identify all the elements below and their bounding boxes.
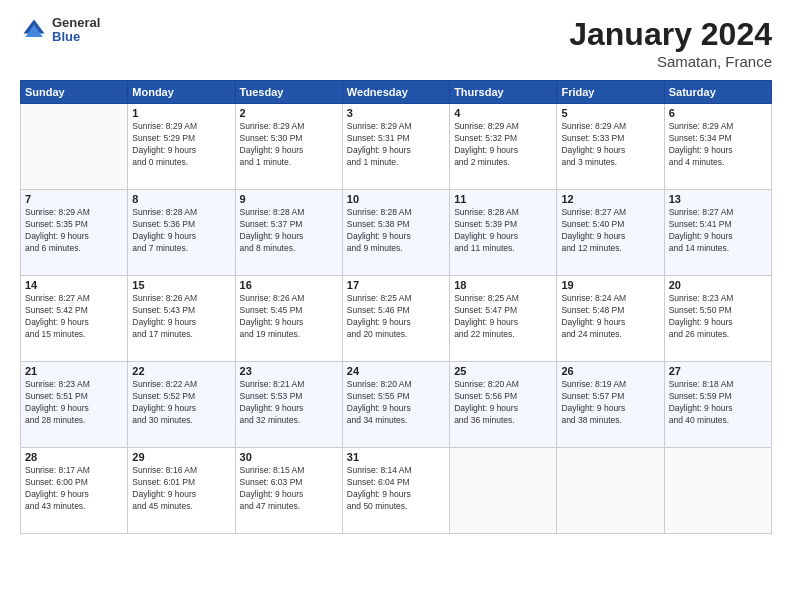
day-number: 4 bbox=[454, 107, 552, 119]
table-row: 7Sunrise: 8:29 AM Sunset: 5:35 PM Daylig… bbox=[21, 190, 128, 276]
day-info: Sunrise: 8:25 AM Sunset: 5:47 PM Dayligh… bbox=[454, 293, 552, 341]
day-number: 22 bbox=[132, 365, 230, 377]
logo-blue: Blue bbox=[52, 30, 100, 44]
day-number: 29 bbox=[132, 451, 230, 463]
day-number: 5 bbox=[561, 107, 659, 119]
table-row: 27Sunrise: 8:18 AM Sunset: 5:59 PM Dayli… bbox=[664, 362, 771, 448]
day-number: 27 bbox=[669, 365, 767, 377]
table-row: 20Sunrise: 8:23 AM Sunset: 5:50 PM Dayli… bbox=[664, 276, 771, 362]
day-number: 28 bbox=[25, 451, 123, 463]
table-row: 23Sunrise: 8:21 AM Sunset: 5:53 PM Dayli… bbox=[235, 362, 342, 448]
day-number: 24 bbox=[347, 365, 445, 377]
col-monday: Monday bbox=[128, 81, 235, 104]
day-number: 25 bbox=[454, 365, 552, 377]
logo-general: General bbox=[52, 16, 100, 30]
calendar-header-row: Sunday Monday Tuesday Wednesday Thursday… bbox=[21, 81, 772, 104]
day-number: 11 bbox=[454, 193, 552, 205]
day-info: Sunrise: 8:20 AM Sunset: 5:55 PM Dayligh… bbox=[347, 379, 445, 427]
calendar-week-row: 7Sunrise: 8:29 AM Sunset: 5:35 PM Daylig… bbox=[21, 190, 772, 276]
calendar-week-row: 14Sunrise: 8:27 AM Sunset: 5:42 PM Dayli… bbox=[21, 276, 772, 362]
table-row: 30Sunrise: 8:15 AM Sunset: 6:03 PM Dayli… bbox=[235, 448, 342, 534]
day-number: 30 bbox=[240, 451, 338, 463]
table-row: 21Sunrise: 8:23 AM Sunset: 5:51 PM Dayli… bbox=[21, 362, 128, 448]
day-number: 8 bbox=[132, 193, 230, 205]
day-number: 3 bbox=[347, 107, 445, 119]
day-number: 23 bbox=[240, 365, 338, 377]
title-location: Samatan, France bbox=[569, 53, 772, 70]
day-info: Sunrise: 8:29 AM Sunset: 5:32 PM Dayligh… bbox=[454, 121, 552, 169]
day-number: 15 bbox=[132, 279, 230, 291]
table-row: 4Sunrise: 8:29 AM Sunset: 5:32 PM Daylig… bbox=[450, 104, 557, 190]
day-info: Sunrise: 8:29 AM Sunset: 5:30 PM Dayligh… bbox=[240, 121, 338, 169]
table-row: 28Sunrise: 8:17 AM Sunset: 6:00 PM Dayli… bbox=[21, 448, 128, 534]
table-row bbox=[557, 448, 664, 534]
day-info: Sunrise: 8:15 AM Sunset: 6:03 PM Dayligh… bbox=[240, 465, 338, 513]
table-row: 14Sunrise: 8:27 AM Sunset: 5:42 PM Dayli… bbox=[21, 276, 128, 362]
day-info: Sunrise: 8:18 AM Sunset: 5:59 PM Dayligh… bbox=[669, 379, 767, 427]
day-info: Sunrise: 8:29 AM Sunset: 5:29 PM Dayligh… bbox=[132, 121, 230, 169]
table-row: 8Sunrise: 8:28 AM Sunset: 5:36 PM Daylig… bbox=[128, 190, 235, 276]
table-row: 22Sunrise: 8:22 AM Sunset: 5:52 PM Dayli… bbox=[128, 362, 235, 448]
day-number: 16 bbox=[240, 279, 338, 291]
table-row bbox=[21, 104, 128, 190]
table-row: 5Sunrise: 8:29 AM Sunset: 5:33 PM Daylig… bbox=[557, 104, 664, 190]
table-row: 24Sunrise: 8:20 AM Sunset: 5:55 PM Dayli… bbox=[342, 362, 449, 448]
day-info: Sunrise: 8:23 AM Sunset: 5:51 PM Dayligh… bbox=[25, 379, 123, 427]
table-row: 26Sunrise: 8:19 AM Sunset: 5:57 PM Dayli… bbox=[557, 362, 664, 448]
col-saturday: Saturday bbox=[664, 81, 771, 104]
table-row bbox=[450, 448, 557, 534]
day-number: 14 bbox=[25, 279, 123, 291]
day-number: 19 bbox=[561, 279, 659, 291]
day-info: Sunrise: 8:28 AM Sunset: 5:39 PM Dayligh… bbox=[454, 207, 552, 255]
table-row: 13Sunrise: 8:27 AM Sunset: 5:41 PM Dayli… bbox=[664, 190, 771, 276]
table-row: 16Sunrise: 8:26 AM Sunset: 5:45 PM Dayli… bbox=[235, 276, 342, 362]
day-info: Sunrise: 8:21 AM Sunset: 5:53 PM Dayligh… bbox=[240, 379, 338, 427]
day-info: Sunrise: 8:22 AM Sunset: 5:52 PM Dayligh… bbox=[132, 379, 230, 427]
table-row: 6Sunrise: 8:29 AM Sunset: 5:34 PM Daylig… bbox=[664, 104, 771, 190]
col-wednesday: Wednesday bbox=[342, 81, 449, 104]
table-row: 3Sunrise: 8:29 AM Sunset: 5:31 PM Daylig… bbox=[342, 104, 449, 190]
header: General Blue January 2024 Samatan, Franc… bbox=[20, 16, 772, 70]
table-row: 19Sunrise: 8:24 AM Sunset: 5:48 PM Dayli… bbox=[557, 276, 664, 362]
day-info: Sunrise: 8:14 AM Sunset: 6:04 PM Dayligh… bbox=[347, 465, 445, 513]
table-row: 10Sunrise: 8:28 AM Sunset: 5:38 PM Dayli… bbox=[342, 190, 449, 276]
title-month: January 2024 bbox=[569, 16, 772, 53]
calendar-table: Sunday Monday Tuesday Wednesday Thursday… bbox=[20, 80, 772, 534]
logo: General Blue bbox=[20, 16, 100, 45]
day-info: Sunrise: 8:19 AM Sunset: 5:57 PM Dayligh… bbox=[561, 379, 659, 427]
day-number: 2 bbox=[240, 107, 338, 119]
day-number: 9 bbox=[240, 193, 338, 205]
day-info: Sunrise: 8:27 AM Sunset: 5:40 PM Dayligh… bbox=[561, 207, 659, 255]
table-row: 12Sunrise: 8:27 AM Sunset: 5:40 PM Dayli… bbox=[557, 190, 664, 276]
day-number: 12 bbox=[561, 193, 659, 205]
day-number: 1 bbox=[132, 107, 230, 119]
day-info: Sunrise: 8:16 AM Sunset: 6:01 PM Dayligh… bbox=[132, 465, 230, 513]
table-row: 2Sunrise: 8:29 AM Sunset: 5:30 PM Daylig… bbox=[235, 104, 342, 190]
table-row: 29Sunrise: 8:16 AM Sunset: 6:01 PM Dayli… bbox=[128, 448, 235, 534]
day-info: Sunrise: 8:17 AM Sunset: 6:00 PM Dayligh… bbox=[25, 465, 123, 513]
day-number: 10 bbox=[347, 193, 445, 205]
table-row: 9Sunrise: 8:28 AM Sunset: 5:37 PM Daylig… bbox=[235, 190, 342, 276]
day-info: Sunrise: 8:20 AM Sunset: 5:56 PM Dayligh… bbox=[454, 379, 552, 427]
day-info: Sunrise: 8:29 AM Sunset: 5:35 PM Dayligh… bbox=[25, 207, 123, 255]
table-row: 17Sunrise: 8:25 AM Sunset: 5:46 PM Dayli… bbox=[342, 276, 449, 362]
logo-text: General Blue bbox=[52, 16, 100, 45]
day-info: Sunrise: 8:26 AM Sunset: 5:43 PM Dayligh… bbox=[132, 293, 230, 341]
day-info: Sunrise: 8:28 AM Sunset: 5:36 PM Dayligh… bbox=[132, 207, 230, 255]
table-row: 15Sunrise: 8:26 AM Sunset: 5:43 PM Dayli… bbox=[128, 276, 235, 362]
col-sunday: Sunday bbox=[21, 81, 128, 104]
calendar-week-row: 28Sunrise: 8:17 AM Sunset: 6:00 PM Dayli… bbox=[21, 448, 772, 534]
page: General Blue January 2024 Samatan, Franc… bbox=[0, 0, 792, 612]
day-info: Sunrise: 8:28 AM Sunset: 5:38 PM Dayligh… bbox=[347, 207, 445, 255]
calendar-week-row: 21Sunrise: 8:23 AM Sunset: 5:51 PM Dayli… bbox=[21, 362, 772, 448]
col-thursday: Thursday bbox=[450, 81, 557, 104]
day-info: Sunrise: 8:25 AM Sunset: 5:46 PM Dayligh… bbox=[347, 293, 445, 341]
title-block: January 2024 Samatan, France bbox=[569, 16, 772, 70]
table-row: 18Sunrise: 8:25 AM Sunset: 5:47 PM Dayli… bbox=[450, 276, 557, 362]
day-info: Sunrise: 8:29 AM Sunset: 5:33 PM Dayligh… bbox=[561, 121, 659, 169]
table-row: 1Sunrise: 8:29 AM Sunset: 5:29 PM Daylig… bbox=[128, 104, 235, 190]
day-info: Sunrise: 8:26 AM Sunset: 5:45 PM Dayligh… bbox=[240, 293, 338, 341]
day-number: 7 bbox=[25, 193, 123, 205]
day-info: Sunrise: 8:27 AM Sunset: 5:41 PM Dayligh… bbox=[669, 207, 767, 255]
calendar-week-row: 1Sunrise: 8:29 AM Sunset: 5:29 PM Daylig… bbox=[21, 104, 772, 190]
